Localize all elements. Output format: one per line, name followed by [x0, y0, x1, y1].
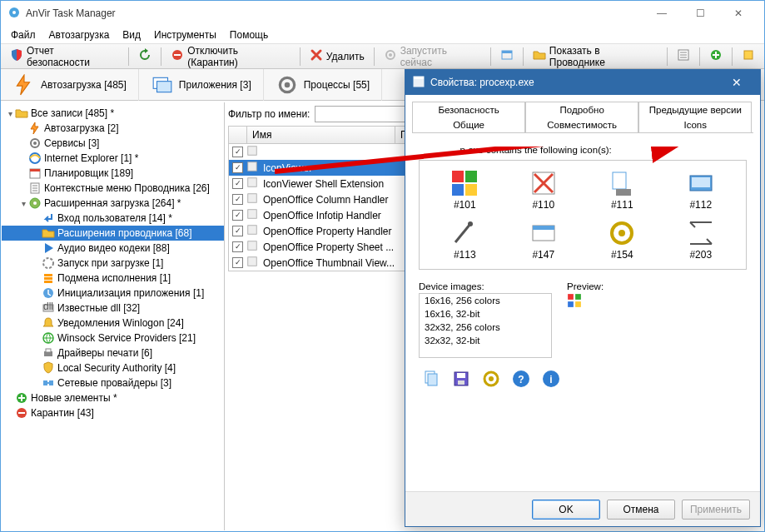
- tree-node[interactable]: ▾Все записи [485] *: [2, 106, 224, 121]
- device-images-list[interactable]: 16x16, 256 colors16x16, 32-bit32x32, 256…: [419, 293, 552, 358]
- tab-security[interactable]: Безопасность: [412, 102, 525, 117]
- tree-node[interactable]: Автозагрузка [2]: [2, 121, 224, 136]
- row-icon: [246, 192, 260, 206]
- icons-grid[interactable]: #101#110#111#112#113#147#154#203: [419, 160, 747, 270]
- tree-node[interactable]: Local Security Authority [4]: [2, 360, 224, 375]
- info-button[interactable]: i: [539, 366, 564, 391]
- tree-node-label: Сервисы [3]: [44, 137, 99, 149]
- copy-button[interactable]: [419, 366, 444, 391]
- icon-cell[interactable]: #111: [585, 169, 659, 211]
- window-icon: [500, 48, 514, 64]
- cancel-button[interactable]: Отмена: [607, 500, 675, 520]
- tree-node[interactable]: Карантин [43]: [2, 405, 224, 420]
- tree-node[interactable]: ▾Расширенная загрузка [264] *: [2, 196, 224, 211]
- menu-file[interactable]: Файл: [4, 27, 42, 43]
- icons-hint: ...p.exe contains the following icon(s):: [452, 145, 747, 155]
- toolbar-delete[interactable]: Удалить: [304, 46, 370, 67]
- apply-button[interactable]: Применить: [682, 500, 750, 520]
- device-image-item[interactable]: 16x16, 32-bit: [420, 307, 551, 321]
- toolbar-security-report[interactable]: Отчет безопасности: [4, 42, 125, 71]
- toolbar-show-explorer[interactable]: Показать в Проводнике: [527, 42, 663, 71]
- maximize-button[interactable]: ☐: [681, 1, 719, 26]
- toolbar-refresh[interactable]: [132, 46, 157, 67]
- tab-apps[interactable]: Приложения [3]: [139, 69, 264, 101]
- toolbar-report-label: Отчет безопасности: [27, 45, 119, 68]
- icon-cell[interactable]: #147: [507, 219, 581, 261]
- tree-node[interactable]: dllИзвестные dll [32]: [2, 301, 224, 316]
- row-checkbox[interactable]: ✓: [232, 210, 243, 221]
- row-checkbox[interactable]: ✓: [232, 194, 243, 205]
- svg-rect-44: [248, 241, 257, 251]
- tree-node[interactable]: Уведомления Winlogon [24]: [2, 316, 224, 331]
- row-checkbox[interactable]: ✓: [232, 162, 243, 173]
- icon-cell[interactable]: #203: [664, 219, 738, 261]
- dialog-close-button[interactable]: ✕: [720, 70, 753, 95]
- icon-id: #101: [454, 199, 476, 211]
- row-checkbox[interactable]: ✓: [232, 226, 243, 236]
- tree-node[interactable]: Новые элементы *: [2, 390, 224, 405]
- row-name: OpenOffice Property Sheet ...: [263, 241, 413, 253]
- dialog-titlebar[interactable]: Свойства: procexp.exe ✕: [405, 70, 760, 95]
- menu-view[interactable]: Вид: [116, 27, 147, 43]
- tree-node[interactable]: Расширения проводника [68]: [2, 226, 224, 241]
- toolbar-extra1[interactable]: [671, 46, 696, 67]
- menu-help[interactable]: Помощь: [223, 27, 275, 43]
- menu-tools[interactable]: Инструменты: [147, 27, 223, 43]
- tab-autorun[interactable]: Автозагрузка [485]: [1, 69, 139, 101]
- svg-rect-51: [465, 184, 477, 196]
- settings-button[interactable]: [479, 366, 504, 391]
- tab-general[interactable]: Общие: [412, 117, 525, 132]
- row-checkbox[interactable]: ✓: [232, 178, 243, 189]
- tree-node[interactable]: Сервисы [3]: [2, 136, 224, 151]
- toolbar-disable[interactable]: Отключить (Карантин): [165, 42, 296, 71]
- close-button[interactable]: ✕: [719, 1, 758, 26]
- tree-node[interactable]: Winsock Service Providers [21]: [2, 331, 224, 346]
- svg-rect-49: [465, 171, 477, 182]
- help-button[interactable]: ?: [509, 366, 534, 391]
- row-checkbox[interactable]: ✓: [232, 147, 243, 157]
- tree-node[interactable]: Сетевые провайдеры [3]: [2, 375, 224, 390]
- tree-node[interactable]: Internet Explorer [1] *: [2, 151, 224, 166]
- tab-previous-versions[interactable]: Предыдущие версии: [638, 102, 752, 117]
- tab-icons[interactable]: Icons: [638, 117, 752, 132]
- icon-cell[interactable]: #154: [585, 219, 659, 261]
- device-image-item[interactable]: 32x32, 32-bit: [420, 334, 551, 347]
- save-button[interactable]: [449, 366, 474, 391]
- col-name[interactable]: Имя: [247, 127, 395, 143]
- row-checkbox[interactable]: ✓: [232, 257, 243, 268]
- chevron-icon: ▾: [5, 109, 15, 118]
- tree-node[interactable]: Инициализация приложения [1]: [2, 286, 224, 301]
- tree-node[interactable]: Планировщик [189]: [2, 166, 224, 181]
- menu-autorun[interactable]: Автозагрузка: [42, 27, 117, 43]
- tab-details[interactable]: Подробно: [525, 102, 638, 117]
- tree-node[interactable]: Подмена исполнения [1]: [2, 271, 224, 286]
- row-checkbox[interactable]: ✓: [232, 241, 243, 252]
- toolbar: Отчет безопасности Отключить (Карантин) …: [1, 44, 764, 69]
- tree-node-label: Подмена исполнения [1]: [57, 272, 171, 284]
- toolbar-unknown1[interactable]: [494, 46, 519, 67]
- toolbar-run-now[interactable]: Запустить сейчас: [378, 42, 487, 71]
- svg-rect-24: [44, 274, 52, 276]
- icon-id: #112: [689, 199, 712, 211]
- ok-button[interactable]: OK: [532, 500, 600, 520]
- tree-node[interactable]: Вход пользователя [14] *: [2, 211, 224, 226]
- toolbar-extra2[interactable]: [736, 46, 761, 67]
- tab-compatibility[interactable]: Совместимость: [525, 117, 638, 132]
- device-image-item[interactable]: 16x16, 256 colors: [420, 294, 551, 307]
- icon-cell[interactable]: #110: [507, 169, 581, 211]
- tree-node[interactable]: Контекстные меню Проводника [26]: [2, 181, 224, 196]
- tree-node[interactable]: Аудио видео кодеки [88]: [2, 241, 224, 256]
- icon-cell[interactable]: #113: [428, 219, 502, 261]
- tab-processes[interactable]: Процессы [55]: [264, 69, 382, 101]
- tree-node[interactable]: Запуск при загрузке [1]: [2, 256, 224, 271]
- minimize-button[interactable]: —: [643, 1, 681, 26]
- tree-node[interactable]: Драйверы печати [6]: [2, 346, 224, 360]
- icon-cell[interactable]: #112: [664, 169, 738, 211]
- icon-glyph: [450, 219, 479, 247]
- toolbar-delete-label: Удалить: [326, 51, 365, 62]
- toolbar-add[interactable]: [703, 46, 728, 67]
- toolbar-separator: [161, 47, 161, 66]
- icon-cell[interactable]: #101: [428, 169, 502, 211]
- tree-pane[interactable]: ▾Все записи [485] *Автозагрузка [2]Серви…: [2, 102, 225, 530]
- device-image-item[interactable]: 32x32, 256 colors: [420, 321, 551, 334]
